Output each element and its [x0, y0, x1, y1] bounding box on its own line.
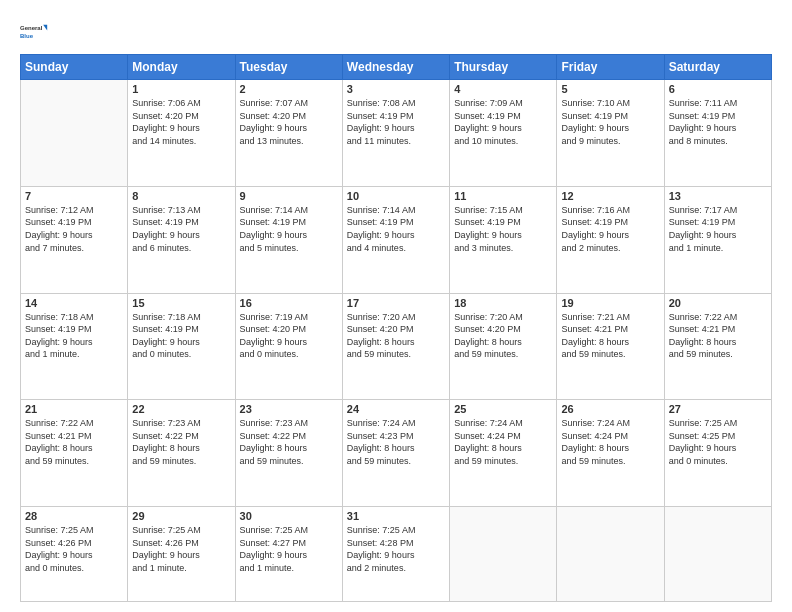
day-number: 2 — [240, 83, 338, 95]
calendar-cell: 31Sunrise: 7:25 AM Sunset: 4:28 PM Dayli… — [342, 507, 449, 602]
day-number: 10 — [347, 190, 445, 202]
day-info: Sunrise: 7:20 AM Sunset: 4:20 PM Dayligh… — [347, 311, 445, 361]
calendar-cell: 22Sunrise: 7:23 AM Sunset: 4:22 PM Dayli… — [128, 400, 235, 507]
calendar-cell: 24Sunrise: 7:24 AM Sunset: 4:23 PM Dayli… — [342, 400, 449, 507]
day-info: Sunrise: 7:14 AM Sunset: 4:19 PM Dayligh… — [347, 204, 445, 254]
day-info: Sunrise: 7:25 AM Sunset: 4:25 PM Dayligh… — [669, 417, 767, 467]
calendar-cell: 3Sunrise: 7:08 AM Sunset: 4:19 PM Daylig… — [342, 80, 449, 187]
weekday-header-friday: Friday — [557, 55, 664, 80]
day-info: Sunrise: 7:25 AM Sunset: 4:26 PM Dayligh… — [25, 524, 123, 574]
day-number: 19 — [561, 297, 659, 309]
day-number: 21 — [25, 403, 123, 415]
calendar-cell: 5Sunrise: 7:10 AM Sunset: 4:19 PM Daylig… — [557, 80, 664, 187]
day-info: Sunrise: 7:24 AM Sunset: 4:24 PM Dayligh… — [454, 417, 552, 467]
calendar-cell: 6Sunrise: 7:11 AM Sunset: 4:19 PM Daylig… — [664, 80, 771, 187]
weekday-header-tuesday: Tuesday — [235, 55, 342, 80]
day-info: Sunrise: 7:10 AM Sunset: 4:19 PM Dayligh… — [561, 97, 659, 147]
day-info: Sunrise: 7:22 AM Sunset: 4:21 PM Dayligh… — [25, 417, 123, 467]
calendar-cell — [557, 507, 664, 602]
calendar-cell: 8Sunrise: 7:13 AM Sunset: 4:19 PM Daylig… — [128, 186, 235, 293]
day-number: 30 — [240, 510, 338, 522]
calendar-week-row: 28Sunrise: 7:25 AM Sunset: 4:26 PM Dayli… — [21, 507, 772, 602]
day-number: 3 — [347, 83, 445, 95]
day-info: Sunrise: 7:25 AM Sunset: 4:27 PM Dayligh… — [240, 524, 338, 574]
day-info: Sunrise: 7:20 AM Sunset: 4:20 PM Dayligh… — [454, 311, 552, 361]
day-info: Sunrise: 7:25 AM Sunset: 4:26 PM Dayligh… — [132, 524, 230, 574]
day-info: Sunrise: 7:11 AM Sunset: 4:19 PM Dayligh… — [669, 97, 767, 147]
calendar-cell: 30Sunrise: 7:25 AM Sunset: 4:27 PM Dayli… — [235, 507, 342, 602]
day-number: 7 — [25, 190, 123, 202]
day-info: Sunrise: 7:12 AM Sunset: 4:19 PM Dayligh… — [25, 204, 123, 254]
calendar-cell: 17Sunrise: 7:20 AM Sunset: 4:20 PM Dayli… — [342, 293, 449, 400]
calendar-week-row: 14Sunrise: 7:18 AM Sunset: 4:19 PM Dayli… — [21, 293, 772, 400]
day-info: Sunrise: 7:06 AM Sunset: 4:20 PM Dayligh… — [132, 97, 230, 147]
day-number: 14 — [25, 297, 123, 309]
calendar-week-row: 7Sunrise: 7:12 AM Sunset: 4:19 PM Daylig… — [21, 186, 772, 293]
calendar-week-row: 21Sunrise: 7:22 AM Sunset: 4:21 PM Dayli… — [21, 400, 772, 507]
calendar-cell: 23Sunrise: 7:23 AM Sunset: 4:22 PM Dayli… — [235, 400, 342, 507]
svg-marker-1 — [43, 25, 47, 31]
day-info: Sunrise: 7:13 AM Sunset: 4:19 PM Dayligh… — [132, 204, 230, 254]
calendar-cell — [21, 80, 128, 187]
day-info: Sunrise: 7:24 AM Sunset: 4:24 PM Dayligh… — [561, 417, 659, 467]
calendar-cell: 1Sunrise: 7:06 AM Sunset: 4:20 PM Daylig… — [128, 80, 235, 187]
calendar-cell: 2Sunrise: 7:07 AM Sunset: 4:20 PM Daylig… — [235, 80, 342, 187]
calendar-cell: 28Sunrise: 7:25 AM Sunset: 4:26 PM Dayli… — [21, 507, 128, 602]
day-info: Sunrise: 7:08 AM Sunset: 4:19 PM Dayligh… — [347, 97, 445, 147]
weekday-header-saturday: Saturday — [664, 55, 771, 80]
calendar-cell: 7Sunrise: 7:12 AM Sunset: 4:19 PM Daylig… — [21, 186, 128, 293]
day-number: 1 — [132, 83, 230, 95]
weekday-header-monday: Monday — [128, 55, 235, 80]
weekday-header-wednesday: Wednesday — [342, 55, 449, 80]
day-number: 16 — [240, 297, 338, 309]
day-info: Sunrise: 7:23 AM Sunset: 4:22 PM Dayligh… — [132, 417, 230, 467]
day-info: Sunrise: 7:15 AM Sunset: 4:19 PM Dayligh… — [454, 204, 552, 254]
day-info: Sunrise: 7:16 AM Sunset: 4:19 PM Dayligh… — [561, 204, 659, 254]
day-info: Sunrise: 7:23 AM Sunset: 4:22 PM Dayligh… — [240, 417, 338, 467]
svg-text:Blue: Blue — [20, 33, 34, 39]
day-number: 29 — [132, 510, 230, 522]
calendar-week-row: 1Sunrise: 7:06 AM Sunset: 4:20 PM Daylig… — [21, 80, 772, 187]
day-number: 5 — [561, 83, 659, 95]
weekday-header-thursday: Thursday — [450, 55, 557, 80]
day-number: 12 — [561, 190, 659, 202]
calendar-cell — [664, 507, 771, 602]
page: GeneralBlue SundayMondayTuesdayWednesday… — [0, 0, 792, 612]
day-info: Sunrise: 7:17 AM Sunset: 4:19 PM Dayligh… — [669, 204, 767, 254]
day-number: 31 — [347, 510, 445, 522]
day-number: 13 — [669, 190, 767, 202]
day-number: 27 — [669, 403, 767, 415]
day-number: 26 — [561, 403, 659, 415]
day-info: Sunrise: 7:18 AM Sunset: 4:19 PM Dayligh… — [25, 311, 123, 361]
day-number: 25 — [454, 403, 552, 415]
day-number: 23 — [240, 403, 338, 415]
calendar-cell: 27Sunrise: 7:25 AM Sunset: 4:25 PM Dayli… — [664, 400, 771, 507]
day-number: 24 — [347, 403, 445, 415]
day-number: 9 — [240, 190, 338, 202]
calendar-cell: 18Sunrise: 7:20 AM Sunset: 4:20 PM Dayli… — [450, 293, 557, 400]
calendar-cell: 13Sunrise: 7:17 AM Sunset: 4:19 PM Dayli… — [664, 186, 771, 293]
calendar-cell: 14Sunrise: 7:18 AM Sunset: 4:19 PM Dayli… — [21, 293, 128, 400]
day-number: 4 — [454, 83, 552, 95]
calendar-cell: 25Sunrise: 7:24 AM Sunset: 4:24 PM Dayli… — [450, 400, 557, 507]
day-info: Sunrise: 7:22 AM Sunset: 4:21 PM Dayligh… — [669, 311, 767, 361]
day-number: 28 — [25, 510, 123, 522]
day-number: 20 — [669, 297, 767, 309]
svg-text:General: General — [20, 25, 43, 31]
day-info: Sunrise: 7:07 AM Sunset: 4:20 PM Dayligh… — [240, 97, 338, 147]
day-number: 8 — [132, 190, 230, 202]
weekday-header-row: SundayMondayTuesdayWednesdayThursdayFrid… — [21, 55, 772, 80]
day-number: 18 — [454, 297, 552, 309]
day-info: Sunrise: 7:09 AM Sunset: 4:19 PM Dayligh… — [454, 97, 552, 147]
day-info: Sunrise: 7:21 AM Sunset: 4:21 PM Dayligh… — [561, 311, 659, 361]
header: GeneralBlue — [20, 18, 772, 46]
calendar-cell: 10Sunrise: 7:14 AM Sunset: 4:19 PM Dayli… — [342, 186, 449, 293]
day-number: 22 — [132, 403, 230, 415]
day-info: Sunrise: 7:24 AM Sunset: 4:23 PM Dayligh… — [347, 417, 445, 467]
calendar-cell: 9Sunrise: 7:14 AM Sunset: 4:19 PM Daylig… — [235, 186, 342, 293]
day-number: 6 — [669, 83, 767, 95]
day-info: Sunrise: 7:19 AM Sunset: 4:20 PM Dayligh… — [240, 311, 338, 361]
day-info: Sunrise: 7:18 AM Sunset: 4:19 PM Dayligh… — [132, 311, 230, 361]
calendar-cell — [450, 507, 557, 602]
day-info: Sunrise: 7:25 AM Sunset: 4:28 PM Dayligh… — [347, 524, 445, 574]
